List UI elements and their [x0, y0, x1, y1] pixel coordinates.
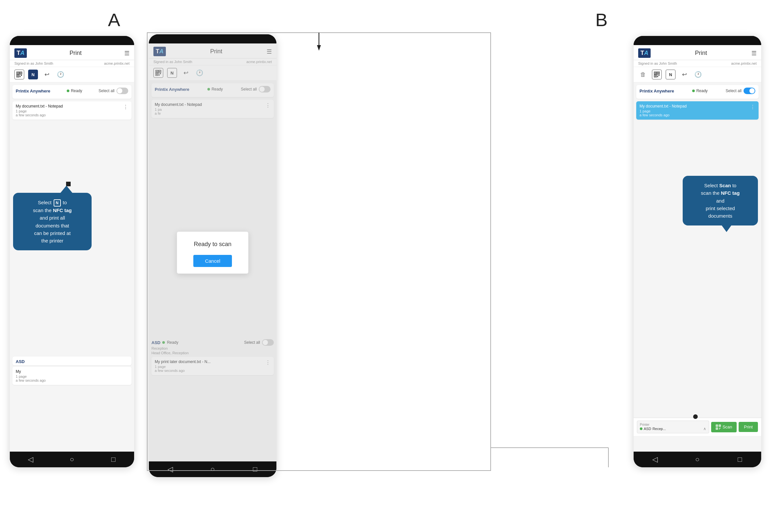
phone-a-screen: T A Print ☰ Signed in as John Smith acme… [10, 45, 134, 452]
phone-a-ready-dot [67, 90, 69, 92]
phone-center-back-icon[interactable]: ◁ [163, 465, 176, 474]
phone-b: T A Print ☰ Signed in as John Smith acme… [634, 36, 761, 467]
phone-b-ready-dot [692, 90, 695, 92]
svg-rect-36 [719, 425, 720, 426]
phone-a-doc2: My 1 page a few seconds ago [12, 367, 131, 385]
phone-b-status-bar [634, 36, 761, 45]
phone-b-tooltip-bubble: Select Scan toscan the NFC tagandprint s… [683, 176, 758, 225]
phone-center-home-icon[interactable]: ○ [206, 465, 219, 474]
phone-a-section2-area: ASD My 1 page a few seconds ago [10, 355, 134, 386]
phone-b-toolbar: 🗑 [634, 67, 761, 82]
phone-a-tooltip-nfc-icon: N [54, 199, 61, 207]
phone-center-recent-icon[interactable]: □ [249, 465, 262, 474]
phone-a-tooltip-pre: Select [38, 200, 53, 205]
phone-a-recent-icon[interactable]: □ [107, 455, 120, 464]
svg-rect-10 [17, 75, 18, 76]
phone-a-logo: T A [14, 48, 27, 58]
b-logo-t: T [641, 50, 644, 57]
phone-a-asd-title: ASD [16, 359, 25, 364]
phone-a-back-icon[interactable]: ◁ [24, 455, 37, 464]
b-nfc-label: N [669, 72, 672, 77]
phone-a-doc1-time: a few seconds ago [16, 113, 63, 117]
phone-a-title: Print [69, 50, 81, 57]
phone-b-doc1-more[interactable]: ⋮ [750, 104, 755, 110]
phone-b-back-icon[interactable]: ◁ [648, 455, 662, 464]
svg-rect-28 [655, 75, 656, 76]
printer-select-area[interactable]: Printer ASD Recep... ∧ [637, 421, 709, 433]
modal-title: Ready to scan [186, 241, 239, 248]
svg-rect-38 [719, 428, 720, 428]
phone-b-menu-icon[interactable]: ☰ [751, 50, 757, 57]
svg-rect-39 [720, 428, 721, 428]
phone-b-nav-bar: ◁ ○ □ [634, 452, 761, 467]
printer-label: Printer [640, 423, 706, 426]
phone-b-ready-row: Ready [692, 89, 708, 93]
undo-icon-a[interactable]: ↩ [42, 70, 52, 79]
phone-a-doc2-time: a few seconds ago [16, 378, 46, 382]
phone-center-nav-bar: ◁ ○ □ [149, 461, 277, 477]
phone-b-doc1-title: My document.txt - Notepad [640, 104, 687, 108]
phone-a-doc1: My document.txt - Notepad 1 page a few s… [12, 101, 131, 120]
svg-rect-40 [719, 429, 720, 429]
phone-center-wrapper: T A Print ☰ Signed in as John Smith acme… [149, 34, 277, 477]
b-undo-icon[interactable]: ↩ [679, 70, 689, 79]
svg-rect-35 [716, 425, 717, 426]
phone-b-toggle[interactable] [744, 88, 755, 94]
phone-a-doc2-pages: 1 page [16, 374, 46, 378]
phone-b-header: T A Print ☰ [634, 45, 761, 60]
phone-a-doc2-info: My 1 page a few seconds ago [16, 369, 46, 382]
logo-t: T [17, 50, 20, 57]
label-a: A [108, 9, 120, 30]
phone-a-header: T A Print ☰ [10, 45, 134, 60]
phone-b-select-all-label: Select all [726, 89, 742, 93]
phone-a-doc1-more[interactable]: ⋮ [123, 104, 128, 110]
nfc-label: N [31, 72, 34, 77]
phone-b-section1-header: Printix Anywhere Ready Select all [640, 88, 755, 94]
phone-a-menu-icon[interactable]: ☰ [124, 50, 129, 57]
phone-b-tooltip-text: Select Scan toscan the NFC tagandprint s… [701, 183, 740, 219]
modal-cancel-button[interactable]: Cancel [193, 255, 232, 267]
phone-a-select-all-label: Select all [98, 89, 114, 93]
phone-a-doc2-title: My [16, 369, 46, 374]
b-qr-icon[interactable] [652, 70, 662, 79]
phone-a-doc1-info: My document.txt - Notepad 1 page a few s… [16, 104, 63, 117]
b-history-icon[interactable]: 🕐 [693, 70, 703, 79]
history-icon-a[interactable]: 🕐 [56, 70, 65, 79]
phone-b-doc1-time: a few seconds ago [640, 113, 687, 117]
phone-a-signed-in-text: Signed in as John Smith [14, 61, 53, 65]
phone-b-ready-text: Ready [696, 89, 708, 93]
svg-rect-29 [657, 75, 658, 75]
phone-b-title: Print [695, 50, 707, 57]
phone-a-nav-bar: ◁ ○ □ [10, 452, 134, 467]
svg-rect-11 [20, 75, 20, 75]
phone-b-recent-icon[interactable]: □ [733, 455, 746, 464]
delete-icon[interactable]: 🗑 [638, 70, 648, 79]
phone-b-section1: Printix Anywhere Ready Select all [636, 85, 759, 99]
svg-rect-9 [20, 73, 21, 74]
phone-a-asd-section: ASD [12, 357, 131, 365]
svg-rect-27 [658, 73, 659, 74]
scan-icon [716, 424, 721, 430]
phone-b-tooltip-arrow [721, 225, 732, 232]
phone-b-signed-in-bar: Signed in as John Smith acme.printix.net [634, 60, 761, 67]
phone-a-home-icon[interactable]: ○ [65, 455, 78, 464]
scan-button[interactable]: Scan [711, 422, 737, 432]
svg-marker-2 [317, 45, 321, 51]
phone-b-tooltip-area: Select Scan toscan the NFC tagandprint s… [683, 176, 758, 225]
phone-b-home-icon[interactable]: ○ [691, 455, 704, 464]
printer-value: ASD Recep... ∧ [640, 426, 706, 431]
qr-icon[interactable] [14, 70, 24, 79]
phone-b-print-bar: Printer ASD Recep... ∧ [634, 418, 761, 436]
phone-b-logo: T A [638, 48, 651, 58]
phone-a-doc1-title: My document.txt - Notepad [16, 104, 63, 108]
svg-rect-30 [659, 75, 660, 76]
svg-rect-37 [716, 428, 717, 429]
print-button[interactable]: Print [739, 422, 758, 432]
b-nfc-icon[interactable]: N [666, 70, 676, 79]
phone-b-domain: acme.printix.net [731, 61, 757, 65]
nfc-icon-a[interactable]: N [28, 70, 38, 79]
phone-b-section1-title: Printix Anywhere [640, 89, 674, 93]
phone-a-toggle[interactable] [116, 88, 128, 94]
logo-a: A [20, 50, 25, 57]
phone-b-screen: T A Print ☰ Signed in as John Smith acme… [634, 45, 761, 452]
